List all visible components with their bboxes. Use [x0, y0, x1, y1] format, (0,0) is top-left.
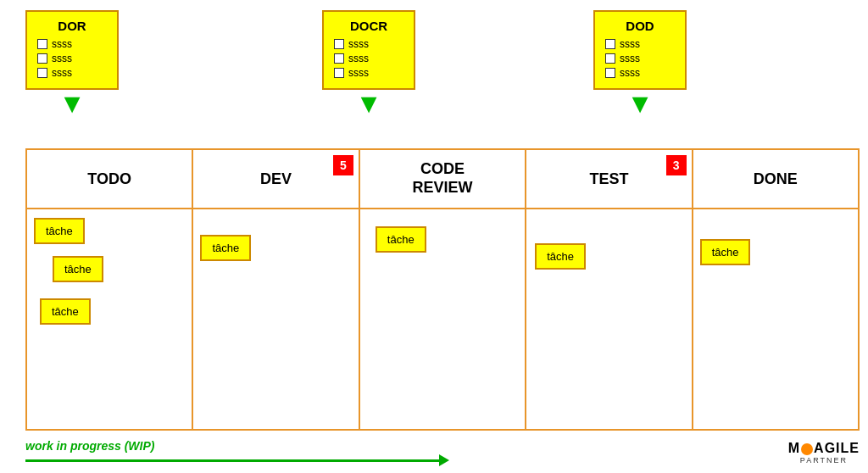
- col-label-code-review: CODE REVIEW: [413, 160, 473, 197]
- logo-sub: PARTNER: [800, 456, 848, 465]
- col-body-done: tâche: [693, 209, 858, 429]
- docr-checkbox-1[interactable]: [334, 39, 344, 49]
- wip-arrow-line: [25, 454, 449, 466]
- kanban-board: TODO DEV 5 CODE REVIEW TEST 3 DONE tâche…: [25, 148, 860, 431]
- dod-card: DOD ssss ssss ssss: [593, 10, 687, 90]
- col-body-test: tâche: [526, 209, 693, 429]
- dor-checkbox-3[interactable]: [37, 68, 47, 78]
- col-body-dev: tâche: [193, 209, 359, 429]
- dor-checkbox-1[interactable]: [37, 39, 47, 49]
- col-header-todo: TODO: [27, 150, 193, 208]
- dod-arrow: ▼: [626, 90, 654, 117]
- arrow-head: [439, 454, 449, 466]
- col-body-todo: tâche tâche tâche: [27, 209, 193, 429]
- task-todo-2[interactable]: tâche: [53, 256, 103, 282]
- col-header-done: DONE: [693, 150, 858, 208]
- arrow-line: [25, 459, 439, 462]
- docr-arrow: ▼: [355, 90, 382, 117]
- col-label-dev: DEV: [260, 170, 292, 188]
- docr-item-2: ssss: [334, 53, 403, 64]
- col-label-test: TEST: [589, 170, 628, 188]
- docr-checkbox-2[interactable]: [334, 53, 344, 64]
- col-label-todo: TODO: [87, 170, 131, 188]
- dod-item-3: ssss: [605, 67, 675, 79]
- docr-card: DOCR ssss ssss ssss: [322, 10, 415, 90]
- dod-checkbox-3[interactable]: [605, 68, 615, 78]
- dod-item-2: ssss: [605, 53, 675, 64]
- wip-label: work in progress (WIP): [25, 439, 154, 453]
- dor-title: DOR: [37, 19, 107, 33]
- task-dev-1[interactable]: tâche: [200, 235, 251, 261]
- dor-item-3: ssss: [37, 67, 107, 79]
- task-test-1[interactable]: tâche: [535, 243, 586, 270]
- dor-item-1: ssss: [37, 38, 107, 50]
- dod-item-1: ssss: [605, 38, 675, 50]
- col-header-code-review: CODE REVIEW: [360, 150, 526, 208]
- task-done-1[interactable]: tâche: [700, 239, 751, 265]
- dor-checkbox-2[interactable]: [37, 53, 47, 64]
- wip-arrow-container: work in progress (WIP): [25, 439, 788, 466]
- wip-badge-dev: 5: [333, 155, 353, 175]
- dod-section: DOD ssss ssss ssss ▼: [593, 10, 687, 117]
- wip-badge-test: 3: [666, 155, 687, 175]
- logo-area: MAGILE PARTNER: [788, 441, 860, 465]
- col-header-test: TEST 3: [526, 150, 693, 208]
- bottom-section: work in progress (WIP) MAGILE PARTNER: [25, 439, 860, 466]
- dod-checkbox-1[interactable]: [605, 39, 615, 49]
- dor-arrow: ▼: [58, 90, 86, 117]
- docr-section: DOCR ssss ssss ssss ▼: [322, 10, 415, 117]
- col-label-done: DONE: [754, 170, 798, 188]
- kanban-body: tâche tâche tâche tâche tâche tâche tâch…: [27, 209, 858, 429]
- dod-checkbox-2[interactable]: [605, 53, 615, 64]
- task-todo-3[interactable]: tâche: [40, 298, 91, 325]
- docr-item-1: ssss: [334, 38, 403, 50]
- dor-item-2: ssss: [37, 53, 107, 64]
- task-todo-1[interactable]: tâche: [34, 218, 85, 244]
- task-code-review-1[interactable]: tâche: [376, 226, 426, 253]
- logo-text: MAGILE: [788, 441, 860, 456]
- docr-title: DOCR: [334, 19, 403, 33]
- dor-card: DOR ssss ssss ssss: [25, 10, 119, 90]
- main-container: DOR ssss ssss ssss ▼ DOCR ssss: [0, 0, 868, 473]
- logo-circle: [801, 443, 813, 455]
- col-header-dev: DEV 5: [193, 150, 359, 208]
- dod-title: DOD: [605, 19, 675, 33]
- kanban-headers: TODO DEV 5 CODE REVIEW TEST 3 DONE: [27, 150, 858, 209]
- docr-item-3: ssss: [334, 67, 403, 79]
- dor-section: DOR ssss ssss ssss ▼: [25, 10, 119, 117]
- docr-checkbox-3[interactable]: [334, 68, 344, 78]
- col-body-code-review: tâche: [360, 209, 526, 429]
